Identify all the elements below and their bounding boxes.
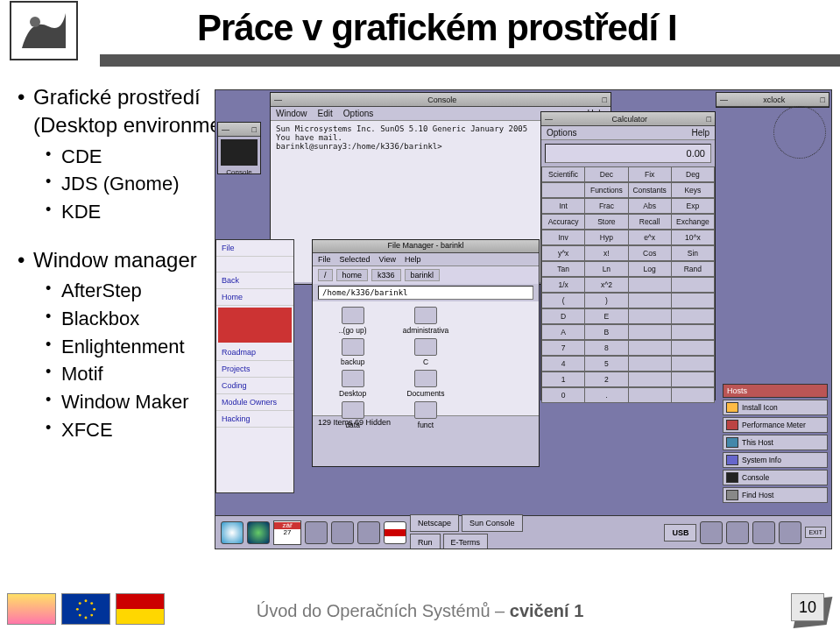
calc-btn[interactable]: Tan (542, 262, 584, 276)
calc-btn[interactable]: Fix (629, 167, 671, 181)
calc-btn[interactable]: D (542, 309, 584, 323)
taskbar-button[interactable]: E-Terms (443, 534, 489, 550)
calc-btn[interactable] (672, 357, 714, 371)
calc-btn[interactable]: Log (629, 262, 671, 276)
calc-btn[interactable]: Ln (585, 262, 627, 276)
calc-btn[interactable]: ) (585, 294, 627, 308)
taskbar-button[interactable]: Sun Console (462, 514, 523, 532)
calc-btn[interactable] (672, 309, 714, 323)
cde-taskbar[interactable]: zář 27 Netscape Sun Console Run E-Terms … (215, 515, 831, 549)
calculator-window[interactable]: —Calculator□ Options Help 0.00 Scientifi… (540, 111, 716, 400)
calc-btn[interactable]: Exp (672, 199, 714, 213)
taskbar-globe-icon[interactable] (247, 521, 270, 544)
calc-btn[interactable]: Recall (629, 215, 671, 229)
fm-file[interactable]: backup (318, 338, 387, 366)
calc-btn[interactable]: x! (585, 246, 627, 260)
calc-btn[interactable] (629, 309, 671, 323)
calc-btn[interactable]: Int (542, 199, 584, 213)
hosts-item[interactable]: Find Host (723, 487, 828, 503)
hosts-item[interactable]: System Info (723, 452, 828, 468)
hosts-item[interactable]: Performance Meter (723, 417, 828, 433)
taskbar-icon[interactable] (357, 521, 380, 544)
fm-file[interactable]: Desktop (318, 370, 387, 398)
taskbar-icon[interactable] (305, 521, 328, 544)
console-menu-window[interactable]: Window (276, 109, 307, 118)
calc-btn[interactable]: Hyp (585, 230, 627, 244)
calc-btn[interactable] (629, 357, 671, 371)
calc-btn[interactable]: 0 (542, 388, 584, 402)
calc-btn[interactable] (629, 372, 671, 386)
taskbar-icon[interactable] (331, 521, 354, 544)
taskbar-icon[interactable] (752, 521, 775, 544)
filemanager-window[interactable]: File Manager - barinkl File Selected Vie… (312, 239, 540, 467)
fm-file[interactable]: Documents (391, 370, 460, 398)
calc-btn[interactable]: y^x (542, 246, 584, 260)
path-seg[interactable]: barinkl (405, 269, 441, 281)
lw-link[interactable]: Hacking (216, 411, 293, 428)
calc-btn[interactable]: Abs (629, 199, 671, 213)
lw-item[interactable]: Home (216, 289, 293, 306)
calc-btn[interactable]: . (585, 388, 627, 402)
calc-btn[interactable] (629, 341, 671, 355)
calc-btn[interactable]: 1 (542, 372, 584, 386)
lw-item[interactable]: File (216, 240, 293, 257)
calc-btn[interactable]: Scientific (542, 167, 584, 181)
console-menu-edit[interactable]: Edit (318, 109, 333, 118)
calc-btn[interactable] (629, 278, 671, 292)
taskbar-button[interactable]: Run (410, 534, 441, 550)
calc-btn[interactable]: 10^x (672, 230, 714, 244)
calc-btn[interactable]: Inv (542, 230, 584, 244)
calc-btn[interactable]: Keys (672, 183, 714, 197)
taskbar-button[interactable]: Netscape (410, 514, 459, 532)
calc-btn[interactable]: Frac (585, 199, 627, 213)
calc-btn[interactable] (672, 294, 714, 308)
path-seg[interactable]: k336 (371, 269, 401, 281)
calc-btn[interactable] (542, 183, 584, 197)
taskbar-exit[interactable]: EXIT (805, 527, 826, 538)
path-seg[interactable]: / (318, 269, 333, 281)
calc-btn[interactable]: Rand (672, 262, 714, 276)
fm-file[interactable]: C (391, 338, 460, 366)
lw-link[interactable]: Projects (216, 361, 293, 378)
taskbar-icon[interactable] (700, 521, 723, 544)
lw-item[interactable]: Back (216, 273, 293, 289)
calc-btn[interactable]: Dec (585, 167, 627, 181)
taskbar-usb[interactable]: USB (664, 524, 696, 542)
calc-btn[interactable]: x^2 (585, 278, 627, 292)
calc-btn[interactable]: A (542, 325, 584, 339)
path-seg[interactable]: home (336, 269, 369, 281)
calc-btn[interactable] (629, 325, 671, 339)
hosts-item[interactable]: Console (723, 470, 828, 485)
calc-btn[interactable]: Sin (672, 246, 714, 260)
calc-btn[interactable]: 4 (542, 357, 584, 371)
calc-btn[interactable] (672, 325, 714, 339)
calc-btn[interactable]: e^x (629, 230, 671, 244)
calc-btn[interactable]: 2 (585, 372, 627, 386)
calc-btn[interactable]: 8 (585, 341, 627, 355)
hosts-item[interactable]: This Host (723, 435, 828, 450)
calc-btn[interactable]: Functions (585, 183, 627, 197)
fm-file[interactable]: administrativa (391, 307, 460, 335)
calc-btn[interactable]: Store (585, 215, 627, 229)
calc-btn[interactable]: Constants (629, 183, 671, 197)
taskbar-icon[interactable] (221, 521, 244, 544)
calc-btn[interactable] (672, 341, 714, 355)
lw-link[interactable]: Roadmap (216, 344, 293, 361)
fm-menu-help[interactable]: Help (405, 255, 421, 264)
calc-btn[interactable] (672, 388, 714, 402)
calc-btn[interactable]: B (585, 325, 627, 339)
calc-btn[interactable]: 7 (542, 341, 584, 355)
calc-btn[interactable]: 5 (585, 357, 627, 371)
calc-btn[interactable]: ( (542, 294, 584, 308)
calc-btn[interactable]: Accuracy (542, 215, 584, 229)
xclock-window[interactable]: —xclock□ (716, 92, 829, 108)
left-partial-window[interactable]: File Back Home Roadmap Projects Coding M… (215, 239, 294, 493)
taskbar-icon[interactable] (779, 521, 801, 544)
calc-btn[interactable] (672, 372, 714, 386)
fm-menu-file[interactable]: File (318, 255, 331, 264)
fm-menu-selected[interactable]: Selected (340, 255, 371, 264)
calc-btn[interactable]: Exchange (672, 215, 714, 229)
hosts-item[interactable]: Install Icon (723, 400, 828, 415)
calc-menu-help[interactable]: Help (691, 128, 709, 138)
fm-menu-view[interactable]: View (379, 255, 396, 264)
